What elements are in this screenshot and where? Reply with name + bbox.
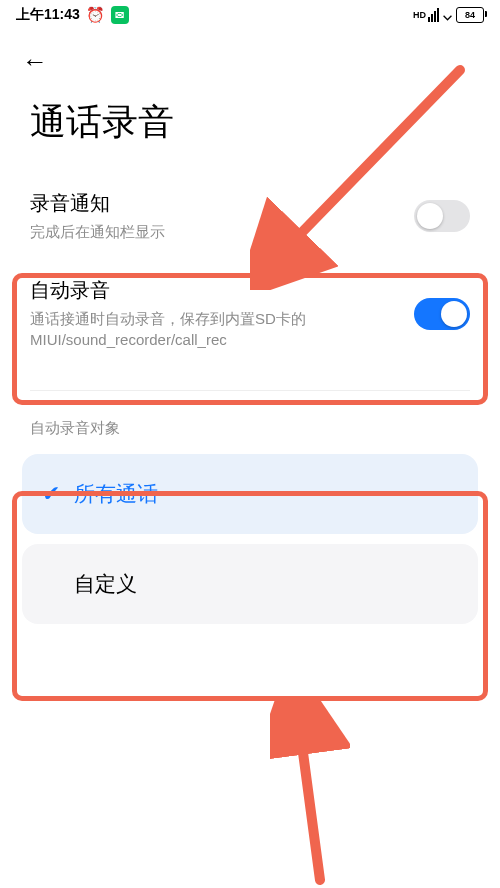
- status-left: 上午11:43 ⏰ ✉: [16, 6, 129, 24]
- toggle-knob: [441, 301, 467, 327]
- setting-row-auto-record[interactable]: 自动录音 通话接通时自动录音，保存到内置SD卡的MIUI/sound_recor…: [0, 251, 500, 366]
- battery-icon: 84: [456, 7, 484, 23]
- signal-icon: [428, 8, 439, 22]
- annotation-arrow-bottom: [270, 700, 350, 888]
- setting-title: 自动录音: [30, 277, 414, 304]
- option-label: 自定义: [74, 570, 137, 598]
- section-label-auto-target: 自动录音对象: [0, 419, 500, 454]
- setting-subtitle: 通话接通时自动录音，保存到内置SD卡的MIUI/sound_recorder/c…: [30, 308, 414, 350]
- setting-title: 录音通知: [30, 190, 414, 217]
- check-icon: ✔: [42, 481, 60, 507]
- divider: [30, 390, 470, 391]
- hd-icon: HD: [413, 10, 426, 20]
- arrow-left-icon: ←: [22, 46, 48, 76]
- setting-row-notify[interactable]: 录音通知 完成后在通知栏显示: [0, 181, 500, 251]
- wechat-icon: ✉: [111, 6, 129, 24]
- toggle-auto-record[interactable]: [414, 298, 470, 330]
- setting-text: 录音通知 完成后在通知栏显示: [30, 190, 414, 242]
- status-time: 上午11:43: [16, 6, 80, 24]
- svg-line-3: [298, 715, 320, 880]
- option-all-calls[interactable]: ✔ 所有通话: [22, 454, 478, 534]
- toggle-notify[interactable]: [414, 200, 470, 232]
- wifi-icon: ⌵: [443, 6, 452, 24]
- option-custom[interactable]: ✔ 自定义: [22, 544, 478, 624]
- auto-record-target-options: ✔ 所有通话 ✔ 自定义: [22, 454, 478, 624]
- status-right: HD ⌵ 84: [413, 6, 484, 24]
- battery-level: 84: [465, 10, 475, 20]
- back-button[interactable]: ←: [22, 48, 48, 74]
- page-title: 通话录音: [0, 74, 500, 181]
- alarm-icon: ⏰: [86, 6, 105, 24]
- setting-text: 自动录音 通话接通时自动录音，保存到内置SD卡的MIUI/sound_recor…: [30, 277, 414, 350]
- toggle-knob: [417, 203, 443, 229]
- status-bar: 上午11:43 ⏰ ✉ HD ⌵ 84: [0, 0, 500, 30]
- option-label: 所有通话: [74, 480, 158, 508]
- setting-subtitle: 完成后在通知栏显示: [30, 221, 414, 242]
